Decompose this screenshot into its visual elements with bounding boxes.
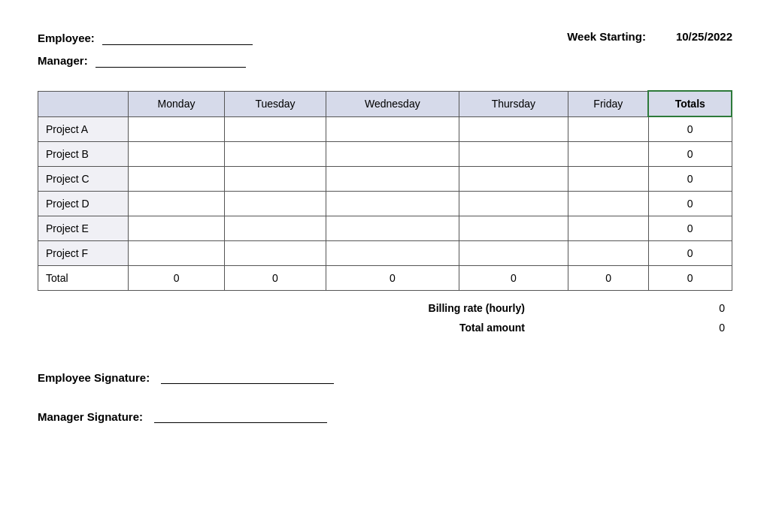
employee-sig-label: Employee Signature:	[38, 371, 150, 384]
cell-b-thu[interactable]	[459, 142, 568, 167]
cell-e-wed[interactable]	[326, 216, 459, 241]
total-fri: 0	[568, 266, 649, 291]
manager-input[interactable]	[95, 53, 246, 68]
cell-b-total: 0	[648, 142, 732, 167]
billing-rate-row: Billing rate (hourly) 0	[38, 298, 732, 318]
cell-e-tue[interactable]	[225, 216, 326, 241]
total-row-label: Total	[38, 266, 129, 291]
cell-f-tue[interactable]	[225, 241, 326, 266]
cell-a-wed[interactable]	[326, 116, 459, 142]
table-row: Project E 0	[38, 216, 732, 241]
week-date-value: 10/25/2022	[676, 30, 732, 43]
table-row: Project C 0	[38, 167, 732, 192]
table-row: Project D 0	[38, 192, 732, 216]
header-left: Employee: Manager:	[38, 30, 253, 68]
table-row: Project F 0	[38, 241, 732, 266]
cell-c-fri[interactable]	[568, 167, 649, 192]
cell-f-total: 0	[648, 241, 732, 266]
employee-sig-input[interactable]	[161, 367, 334, 384]
billing-rate-label: Billing rate (hourly)	[38, 298, 532, 318]
header-section: Employee: Manager: Week Starting: 10/25/…	[38, 30, 732, 68]
total-row: Total 0 0 0 0 0 0	[38, 266, 732, 291]
cell-e-mon[interactable]	[129, 216, 225, 241]
cell-d-total: 0	[648, 192, 732, 216]
total-mon: 0	[129, 266, 225, 291]
cell-a-fri[interactable]	[568, 116, 649, 142]
header-monday: Monday	[129, 91, 225, 116]
total-wed: 0	[326, 266, 459, 291]
total-total: 0	[648, 266, 732, 291]
cell-c-wed[interactable]	[326, 167, 459, 192]
week-starting-label: Week Starting:	[567, 30, 646, 43]
header-totals: Totals	[648, 91, 732, 116]
table-header-row: Monday Tuesday Wednesday Thursday Friday…	[38, 91, 732, 116]
cell-e-fri[interactable]	[568, 216, 649, 241]
cell-f-fri[interactable]	[568, 241, 649, 266]
row-label-b: Project B	[38, 142, 129, 167]
employee-field-row: Employee:	[38, 30, 253, 45]
row-label-c: Project C	[38, 167, 129, 192]
cell-a-mon[interactable]	[129, 116, 225, 142]
cell-d-tue[interactable]	[225, 192, 326, 216]
cell-a-thu[interactable]	[459, 116, 568, 142]
cell-d-wed[interactable]	[326, 192, 459, 216]
header-wednesday: Wednesday	[326, 91, 459, 116]
employee-input[interactable]	[102, 30, 253, 45]
header-thursday: Thursday	[459, 91, 568, 116]
cell-b-mon[interactable]	[129, 142, 225, 167]
cell-b-wed[interactable]	[326, 142, 459, 167]
cell-c-total: 0	[648, 167, 732, 192]
row-label-d: Project D	[38, 192, 129, 216]
manager-sig-input[interactable]	[154, 407, 327, 423]
row-label-e: Project E	[38, 216, 129, 241]
row-label-a: Project A	[38, 116, 129, 142]
cell-d-mon[interactable]	[129, 192, 225, 216]
total-thu: 0	[459, 266, 568, 291]
cell-f-wed[interactable]	[326, 241, 459, 266]
total-tue: 0	[225, 266, 326, 291]
cell-c-tue[interactable]	[225, 167, 326, 192]
employee-sig-row: Employee Signature:	[38, 367, 732, 384]
manager-sig-label: Manager Signature:	[38, 410, 143, 423]
manager-label: Manager:	[38, 54, 88, 67]
cell-f-mon[interactable]	[129, 241, 225, 266]
cell-d-thu[interactable]	[459, 192, 568, 216]
cell-d-fri[interactable]	[568, 192, 649, 216]
cell-e-thu[interactable]	[459, 216, 568, 241]
billing-total-label: Total amount	[38, 318, 532, 337]
billing-total-row: Total amount 0	[38, 318, 732, 337]
cell-f-thu[interactable]	[459, 241, 568, 266]
header-friday: Friday	[568, 91, 649, 116]
header-empty	[38, 91, 129, 116]
table-row: Project A 0	[38, 116, 732, 142]
billing-rate-value: 0	[532, 298, 732, 318]
timesheet-table: Monday Tuesday Wednesday Thursday Friday…	[38, 90, 732, 291]
cell-e-total: 0	[648, 216, 732, 241]
cell-c-thu[interactable]	[459, 167, 568, 192]
cell-a-total: 0	[648, 116, 732, 142]
manager-sig-row: Manager Signature:	[38, 407, 732, 423]
table-row: Project B 0	[38, 142, 732, 167]
cell-c-mon[interactable]	[129, 167, 225, 192]
employee-label: Employee:	[38, 32, 95, 44]
row-label-f: Project F	[38, 241, 129, 266]
signature-section: Employee Signature: Manager Signature:	[38, 367, 732, 423]
week-section: Week Starting: 10/25/2022	[567, 30, 732, 43]
cell-b-tue[interactable]	[225, 142, 326, 167]
manager-field-row: Manager:	[38, 53, 253, 68]
billing-total-value: 0	[532, 318, 732, 337]
billing-table: Billing rate (hourly) 0 Total amount 0	[38, 298, 732, 337]
billing-section: Billing rate (hourly) 0 Total amount 0	[38, 298, 732, 345]
cell-b-fri[interactable]	[568, 142, 649, 167]
cell-a-tue[interactable]	[225, 116, 326, 142]
header-tuesday: Tuesday	[225, 91, 326, 116]
